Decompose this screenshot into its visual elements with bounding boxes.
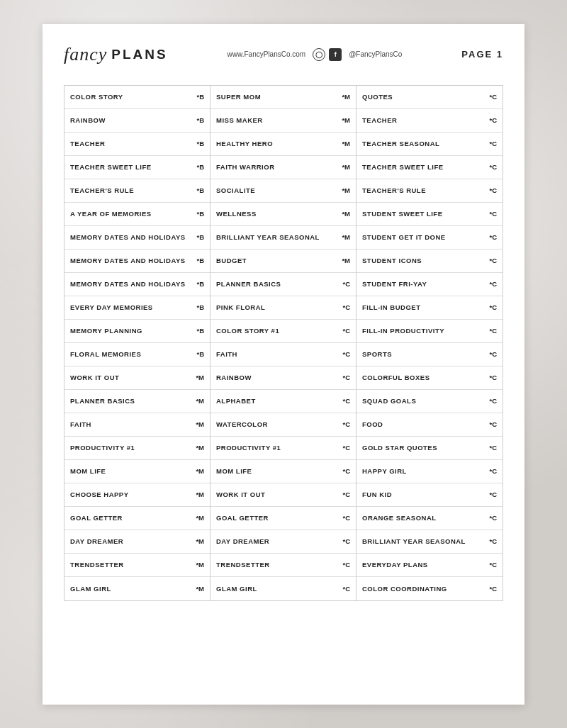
cell-code: *C	[342, 280, 350, 288]
table-row: A YEAR OF MEMORIES*B	[64, 203, 210, 226]
cell-code: *C	[342, 561, 350, 569]
table-row: BRILLIANT YEAR SEASONAL*M	[210, 226, 356, 250]
table-row: MEMORY DATES AND HOLIDAYS*B	[64, 250, 210, 273]
cell-code: *C	[342, 397, 350, 405]
logo-fancy: fancy	[64, 44, 107, 65]
table-row: HAPPY GIRL*C	[357, 460, 503, 483]
cell-code: *C	[489, 233, 497, 241]
cell-name: SPORTS	[362, 350, 486, 358]
table-row: STUDENT ICONS*C	[357, 250, 503, 273]
table-row: FLORAL MEMORIES*B	[64, 343, 210, 366]
cell-code: *M	[196, 374, 204, 381]
table-row: DAY DREAMER*M	[64, 530, 210, 554]
table-row: TEACHER SEASONAL*C	[357, 133, 503, 156]
cell-code: *M	[196, 491, 204, 498]
cell-code: *C	[489, 537, 497, 545]
table-row: FAITH WARRIOR*M	[210, 156, 356, 179]
cell-name: MISS MAKER	[216, 116, 339, 124]
table-row: PINK FLORAL*C	[210, 296, 356, 320]
cell-code: *C	[489, 327, 497, 335]
cell-code: *B	[196, 280, 204, 288]
cell-name: TEACHER SEASONAL	[362, 140, 486, 147]
column-3: QUOTES*CTEACHER*CTEACHER SEASONAL*CTEACH…	[357, 86, 503, 600]
cell-name: CHOOSE HAPPY	[70, 491, 193, 498]
cell-code: *M	[342, 186, 350, 194]
cell-name: BUDGET	[216, 257, 339, 264]
cell-code: *C	[342, 420, 350, 428]
table-grid: COLOR STORY*BRAINBOW*BTEACHER*BTEACHER S…	[64, 85, 503, 601]
column-2: SUPER MOM*MMISS MAKER*MHEALTHY HERO*MFAI…	[210, 86, 357, 600]
cell-name: PINK FLORAL	[216, 303, 339, 311]
table-row: ALPHABET*C	[210, 390, 356, 413]
table-row: COLOR STORY*B	[64, 86, 210, 109]
cell-name: A YEAR OF MEMORIES	[70, 210, 193, 218]
cell-code: *C	[489, 444, 497, 452]
table-row: FILL-IN PRODUCTIVITY*C	[357, 320, 503, 343]
cell-code: *M	[342, 233, 350, 241]
cell-code: *C	[489, 140, 497, 147]
cell-code: *M	[196, 537, 204, 545]
cell-code: *C	[342, 491, 350, 498]
cell-code: *M	[196, 444, 204, 452]
cell-code: *C	[489, 210, 497, 218]
cell-name: PRODUCTIVITY #1	[70, 444, 193, 452]
cell-code: *B	[196, 257, 204, 264]
table-row: WATERCOLOR*C	[210, 413, 356, 437]
table-row: COLORFUL BOXES*C	[357, 366, 503, 390]
cell-name: MOM LIFE	[216, 467, 339, 475]
table-row: MOM LIFE*M	[64, 460, 210, 483]
cell-code: *M	[196, 467, 204, 475]
cell-code: *C	[342, 444, 350, 452]
table-row: MISS MAKER*M	[210, 109, 356, 133]
social-handle: @FancyPlansCo	[349, 50, 402, 58]
cell-code: *M	[342, 140, 350, 147]
cell-name: WATERCOLOR	[216, 420, 339, 428]
table-row: QUOTES*C	[357, 86, 503, 109]
cell-name: MEMORY DATES AND HOLIDAYS	[70, 257, 193, 264]
table-row: BRILLIANT YEAR SEASONAL*C	[357, 530, 503, 554]
cell-code: *M	[342, 163, 350, 171]
table-row: TEACHER'S RULE*B	[64, 179, 210, 203]
cell-name: MEMORY PLANNING	[70, 327, 193, 335]
cell-name: STUDENT GET IT DONE	[362, 233, 486, 241]
table-row: ORANGE SEASONAL*C	[357, 507, 503, 530]
table-row: MEMORY PLANNING*B	[64, 320, 210, 343]
cell-name: STUDENT SWEET LIFE	[362, 210, 486, 218]
logo-area: fancy PLANS	[64, 44, 168, 65]
instagram-icon: ◯	[313, 48, 325, 61]
table-row: FAITH*C	[210, 343, 356, 366]
column-1: COLOR STORY*BRAINBOW*BTEACHER*BTEACHER S…	[64, 86, 210, 600]
cell-name: GOAL GETTER	[70, 514, 193, 522]
cell-code: *M	[196, 420, 204, 428]
table-row: STUDENT FRI-YAY*C	[357, 273, 503, 296]
cell-name: EVERYDAY PLANS	[362, 561, 486, 569]
table-row: DAY DREAMER*C	[210, 530, 356, 554]
cell-code: *C	[342, 374, 350, 381]
table-row: GOAL GETTER*C	[210, 507, 356, 530]
cell-name: EVERY DAY MEMORIES	[70, 303, 193, 311]
cell-code: *B	[196, 163, 204, 171]
cell-code: *C	[489, 163, 497, 171]
cell-code: *M	[342, 210, 350, 218]
cell-code: *M	[196, 397, 204, 405]
table-row: PRODUCTIVITY #1*C	[210, 437, 356, 460]
cell-name: SUPER MOM	[216, 93, 339, 101]
cell-name: FAITH	[70, 420, 193, 428]
cell-code: *C	[489, 93, 497, 101]
cell-code: *C	[342, 514, 350, 522]
logo-plans: PLANS	[111, 47, 167, 62]
cell-name: PRODUCTIVITY #1	[216, 444, 339, 452]
cell-code: *C	[489, 374, 497, 381]
cell-name: STUDENT FRI-YAY	[362, 280, 486, 288]
cell-code: *C	[342, 350, 350, 358]
cell-code: *C	[342, 537, 350, 545]
cell-name: PLANNER BASICS	[216, 280, 339, 288]
table-row: RAINBOW*B	[64, 109, 210, 133]
cell-code: *M	[342, 93, 350, 101]
cell-code: *C	[489, 420, 497, 428]
cell-code: *C	[342, 303, 350, 311]
cell-name: DAY DREAMER	[216, 537, 339, 545]
table-row: FOOD*C	[357, 413, 503, 437]
cell-name: TRENDSETTER	[70, 561, 193, 569]
table-row: TRENDSETTER*M	[64, 554, 210, 577]
